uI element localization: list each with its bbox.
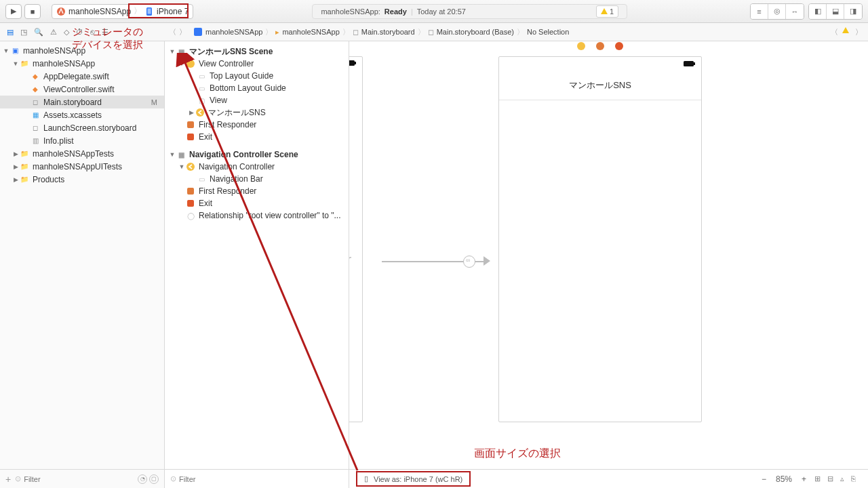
zoom-in-button[interactable]: + xyxy=(802,474,806,484)
outline-label: Navigation Controller xyxy=(199,162,275,171)
breakpoint-navigator-tab[interactable]: ⎋ xyxy=(90,28,95,36)
group-row[interactable]: ▶📁manholeSNSAppTests xyxy=(0,147,164,160)
project-row[interactable]: ▼ ▣ manholeSNSApp xyxy=(0,44,164,57)
outline-label: First Responder xyxy=(199,186,256,196)
file-label: LaunchScreen.storyboard xyxy=(43,123,136,133)
project-name: manholeSNSApp xyxy=(23,46,85,56)
resolve-issues-button[interactable]: ▵ xyxy=(840,474,844,483)
navbar-row[interactable]: ▭Navigation Bar xyxy=(165,173,349,185)
group-row[interactable]: ▶📁Products xyxy=(0,173,164,186)
embed-button[interactable]: ⎘ xyxy=(851,474,856,483)
file-row[interactable]: ◆AppDelegate.swift xyxy=(0,70,164,83)
status-state: Ready xyxy=(384,7,407,16)
outline-label: Navigation Bar xyxy=(210,174,263,184)
jump-bar[interactable]: manholeSNSApp〉 ▸ manholeSNSApp〉 ◻ Main.s… xyxy=(191,27,572,37)
crumb-project: manholeSNSApp xyxy=(205,28,262,36)
exit-dot-icon[interactable] xyxy=(615,42,623,50)
exit-row[interactable]: Exit xyxy=(165,197,349,209)
vc-dot-icon[interactable] xyxy=(577,42,585,50)
stop-button[interactable]: ■ xyxy=(24,4,41,19)
group-label: Products xyxy=(33,175,64,184)
filter-icon: ⊙ xyxy=(170,474,176,483)
navcontroller-scene-view[interactable] xyxy=(349,56,363,422)
outline-filter-bar: ⊙ xyxy=(165,470,349,488)
navitem-row[interactable]: ▶ マンホールSNS xyxy=(165,106,349,119)
report-navigator-tab[interactable]: ☰ xyxy=(102,28,108,37)
relationship-segue[interactable] xyxy=(382,253,497,270)
project-navigator-tab[interactable]: ▤ xyxy=(7,28,14,37)
add-button[interactable]: + xyxy=(5,474,11,485)
debug-navigator-tab[interactable]: ⏱ xyxy=(76,28,83,36)
first-responder-row[interactable]: First Responder xyxy=(165,119,349,131)
scheme-app-label: manholeSNSApp xyxy=(68,7,131,16)
view-row[interactable]: ▢View xyxy=(165,94,349,106)
scene-row[interactable]: ▼▦ Navigation Controller Scene xyxy=(165,148,349,161)
scheme-selector[interactable]: manholeSNSApp 〉 iPhone 7 xyxy=(52,4,193,19)
toggle-inspector-button[interactable]: ◨ xyxy=(844,4,862,19)
run-button[interactable]: ▶ xyxy=(5,4,22,19)
layout-guide-row[interactable]: ▭Top Layout Guide xyxy=(165,70,349,82)
toggle-navigator-button[interactable]: ◧ xyxy=(809,4,827,19)
scene-row[interactable]: ▼▦ マンホールSNS Scene xyxy=(165,45,349,58)
issue-indicator[interactable]: 1 xyxy=(596,5,618,18)
project-navigator: ▼ ▣ manholeSNSApp ▼ 📁 manholeSNSApp ◆App… xyxy=(0,41,165,469)
source-control-navigator-tab[interactable]: ◳ xyxy=(20,28,27,37)
group-row[interactable]: ▶📁manholeSNSAppUITests xyxy=(0,160,164,173)
crumb-group: manholeSNSApp xyxy=(282,28,339,36)
next-file-button[interactable]: 〉 xyxy=(855,27,863,37)
assistant-editor-button[interactable]: ◎ xyxy=(768,4,786,19)
toggle-debug-button[interactable]: ⬓ xyxy=(827,4,844,19)
jump-back-button[interactable]: 〈 xyxy=(169,27,176,37)
align-button[interactable]: ⊞ xyxy=(814,474,821,483)
xcode-toolbar: ▶ ■ manholeSNSApp 〉 iPhone 7 manholeSNSA… xyxy=(0,0,868,23)
outline-filter-input[interactable] xyxy=(176,475,343,483)
test-navigator-tab[interactable]: ◇ xyxy=(64,28,69,37)
svg-point-5 xyxy=(196,108,204,117)
device-icon xyxy=(144,7,154,16)
file-row[interactable]: ▦Assets.xcassets xyxy=(0,108,164,121)
version-editor-button[interactable]: ↔ xyxy=(786,4,804,19)
viewcontroller-scene-view[interactable]: マンホールSNS xyxy=(498,56,702,422)
pin-button[interactable]: ⊟ xyxy=(827,474,833,483)
navigator-filter-input[interactable] xyxy=(21,475,136,483)
file-row[interactable]: ▥Info.plist xyxy=(0,134,164,147)
view-as-control[interactable]: ▯ View as: iPhone 7 (wC hR) xyxy=(356,471,471,487)
outline-label: Exit xyxy=(199,132,212,142)
first-responder-row[interactable]: First Responder xyxy=(165,185,349,197)
viewcontroller-row[interactable]: ▼ View Controller xyxy=(165,58,349,70)
outline-label: Exit xyxy=(199,199,212,208)
navcontroller-placeholder-text: r xyxy=(349,251,351,269)
file-row[interactable]: ◻LaunchScreen.storyboard xyxy=(0,121,164,134)
navigator-filter-bar: + ⊙ ◔ ▢ xyxy=(0,470,165,488)
zoom-out-button[interactable]: − xyxy=(762,474,766,484)
group-row[interactable]: ▼ 📁 manholeSNSApp xyxy=(0,57,164,70)
previous-file-button[interactable]: 〈 xyxy=(831,27,838,37)
standard-editor-button[interactable]: ≡ xyxy=(751,4,768,19)
scheme-device-label: iPhone 7 xyxy=(157,7,189,16)
jump-forward-button[interactable]: 〉 xyxy=(179,27,186,37)
device-outline-icon: ▯ xyxy=(364,474,368,483)
outline-label: マンホールSNS xyxy=(208,107,266,119)
document-outline: ▼▦ マンホールSNS Scene ▼ View Controller ▭Top… xyxy=(165,41,349,469)
svg-rect-3 xyxy=(194,28,202,36)
symbol-navigator-tab[interactable]: 🔍 xyxy=(34,28,43,37)
file-row-selected[interactable]: ◻Main.storyboard M xyxy=(0,96,164,108)
first-responder-dot-icon[interactable] xyxy=(596,42,604,50)
panel-toggle-group: ◧ ⬓ ◨ xyxy=(808,3,863,20)
filter-icon: ⊙ xyxy=(15,474,21,483)
outline-label: View Controller xyxy=(199,59,254,68)
group-label: manholeSNSAppUITests xyxy=(33,162,122,171)
battery-icon xyxy=(684,60,696,67)
outline-label: Relationship "root view controller" to "… xyxy=(199,211,341,220)
editor-mode-group: ≡ ◎ ↔ xyxy=(750,3,804,20)
layout-guide-row[interactable]: ▭Bottom Layout Guide xyxy=(165,82,349,94)
find-navigator-tab[interactable]: ⚠ xyxy=(50,28,57,37)
relationship-row[interactable]: ◯Relationship "root view controller" to … xyxy=(165,209,349,222)
file-row[interactable]: ◆ViewController.swift xyxy=(0,83,164,96)
recent-filter-button[interactable]: ◔ xyxy=(138,474,147,484)
ib-canvas[interactable]: r マンホールSNS xyxy=(349,41,868,469)
navcontroller-row[interactable]: ▼ Navigation Controller xyxy=(165,161,349,173)
app-icon xyxy=(56,7,66,16)
scm-filter-button[interactable]: ▢ xyxy=(149,474,159,484)
exit-row[interactable]: Exit xyxy=(165,131,349,143)
